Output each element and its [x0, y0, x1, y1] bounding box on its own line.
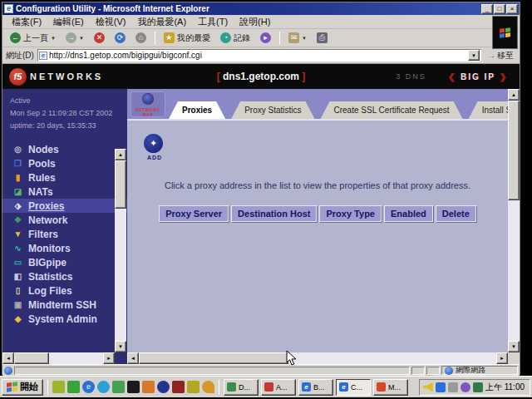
quick-launch-icon-9[interactable]	[172, 381, 185, 393]
quick-launch-icon-6[interactable]	[127, 381, 140, 393]
back-dropdown-icon[interactable]: ▼	[51, 36, 56, 41]
scrollbar-thumb[interactable]	[508, 101, 520, 200]
quick-launch-icon-5[interactable]	[112, 381, 125, 393]
scrollbar-thumb[interactable]	[115, 160, 126, 209]
address-field[interactable]: e ▼	[37, 49, 481, 62]
mail-button[interactable]: ✉ ▼	[284, 31, 311, 45]
display-icon[interactable]	[448, 382, 458, 392]
quick-launch-icon-10[interactable]	[187, 381, 200, 393]
menu-favorites[interactable]: 我的最愛(A)	[131, 15, 192, 29]
scrollbar-thumb[interactable]	[139, 352, 288, 364]
sidebar-item-statistics[interactable]: ◧Statistics	[2, 269, 127, 283]
scroll-left-icon[interactable]: ◄	[2, 352, 14, 364]
menu-view[interactable]: 檢視(V)	[90, 15, 132, 29]
scroll-up-icon[interactable]: ▲	[508, 89, 520, 101]
network-map-button[interactable]: NETWORK MAP	[131, 91, 165, 117]
task-button-3[interactable]: eB...	[298, 379, 333, 396]
sidebar-item-system-admin[interactable]: ◆System Admin	[2, 312, 127, 326]
back-button[interactable]: ← 上一頁 ▼	[6, 31, 60, 46]
quick-launch-icon-2[interactable]	[67, 381, 80, 393]
log-files-icon: ▯	[12, 286, 23, 295]
favorites-button[interactable]: ★ 我的最愛	[160, 31, 214, 46]
tab-proxies[interactable]: Proxies	[169, 101, 225, 119]
quick-launch-icon-11[interactable]	[202, 381, 214, 393]
tray-icon-4[interactable]	[461, 382, 470, 392]
print-button[interactable]: ⎙	[313, 31, 332, 45]
quick-launch-ie-icon[interactable]: e	[82, 381, 95, 393]
scroll-left-icon[interactable]: ◄	[127, 352, 139, 364]
task-buttons: D... A... eB... eC... M...	[224, 379, 408, 396]
sidebar-item-nats[interactable]: ◪NATs	[2, 185, 127, 199]
main-vertical-scrollbar[interactable]: ▲ ▼	[508, 89, 520, 352]
stop-button[interactable]: ✕	[90, 31, 109, 45]
volume-icon[interactable]	[423, 382, 433, 392]
screen: e Configuration Utility - Microsoft Inte…	[0, 0, 532, 399]
sidebar-item-mindterm-ssh[interactable]: ▣Mindterm SSH	[2, 298, 127, 312]
sidebar-item-network[interactable]: ❖Network	[2, 213, 127, 227]
tray-icon-2[interactable]	[436, 382, 446, 392]
scroll-down-icon[interactable]: ▼	[115, 341, 126, 352]
sidebar-item-proxies[interactable]: ⬗Proxies	[2, 199, 127, 213]
tab-proxy-statistics[interactable]: Proxy Statistics	[231, 101, 314, 119]
menu-help[interactable]: 說明(H)	[234, 15, 276, 29]
title-bar[interactable]: e Configuration Utility - Microsoft Inte…	[2, 2, 520, 15]
quick-launch-icon-7[interactable]	[142, 381, 155, 393]
task-button-2[interactable]: A...	[261, 379, 296, 396]
banner-products: 3 DNS ❮ BIG IP ❯	[396, 72, 508, 81]
menu-file[interactable]: 檔案(F)	[6, 15, 47, 29]
sidebar-item-monitors[interactable]: ∿Monitors	[2, 241, 127, 255]
sidebar-item-pools[interactable]: ❐Pools	[2, 156, 127, 170]
address-dropdown-icon[interactable]: ▼	[468, 50, 480, 61]
back-icon: ←	[10, 32, 21, 43]
menu-tools[interactable]: 工具(T)	[192, 15, 234, 29]
media-button[interactable]: ▸	[256, 31, 275, 45]
home-icon: ⌂	[135, 32, 146, 43]
forward-dropdown-icon[interactable]: ▼	[79, 36, 84, 41]
app-icon	[264, 382, 273, 392]
tab-create-ssl-certificate-request[interactable]: Create SSL Certificate Request	[321, 101, 463, 119]
scrollbar-thumb[interactable]	[14, 352, 49, 364]
add-proxy-button[interactable]: ✦ ADD	[144, 134, 165, 160]
home-button[interactable]: ⌂	[131, 31, 150, 45]
status-panel	[411, 367, 425, 375]
navigation-sidebar: Active Mon Sep 2 11:09:28 CST 2002 uptim…	[2, 89, 127, 364]
close-button[interactable]: ×	[506, 4, 518, 14]
task-button-ie-active[interactable]: eC...	[336, 379, 371, 396]
refresh-button[interactable]: ⟳	[111, 31, 130, 45]
sidebar-item-nodes[interactable]: ◎Nodes	[2, 142, 127, 156]
mail-dropdown-icon[interactable]: ▼	[302, 36, 307, 41]
sidebar-horizontal-scrollbar[interactable]: ◄ ►	[2, 352, 115, 364]
go-button[interactable]: → 移至	[485, 50, 516, 62]
task-button-5[interactable]: M...	[373, 379, 408, 396]
quick-launch-icon-4[interactable]	[97, 381, 110, 393]
scroll-down-icon[interactable]: ▼	[508, 341, 520, 352]
maximize-button[interactable]: □	[494, 4, 505, 14]
sidebar-vertical-scrollbar[interactable]: ▲ ▼	[115, 149, 126, 352]
internet-zone-icon	[445, 367, 453, 375]
main-horizontal-scrollbar[interactable]: ◄ ►	[127, 352, 508, 364]
proxy-table-header: Proxy Server Destination Host Proxy Type…	[127, 205, 508, 222]
scroll-up-icon[interactable]: ▲	[115, 149, 126, 160]
window-title: Configuration Utility - Microsoft Intern…	[16, 4, 481, 13]
history-button[interactable]: ◔ 記錄	[216, 31, 254, 46]
forward-button[interactable]: → ▼	[62, 31, 88, 45]
sidebar-item-bigpipe[interactable]: ▭BIGpipe	[2, 255, 127, 269]
task-button-1[interactable]: D...	[224, 379, 259, 396]
quick-launch-icon-8[interactable]	[157, 381, 170, 393]
address-input[interactable]	[47, 50, 468, 61]
sidebar-item-log-files[interactable]: ▯Log Files	[2, 283, 127, 298]
history-label: 記錄	[234, 32, 250, 44]
quick-launch-icon-1[interactable]	[52, 381, 65, 393]
start-button[interactable]: 開始	[2, 379, 43, 396]
tray-icon-5[interactable]	[473, 382, 483, 392]
add-plus-icon[interactable]: ✦	[144, 134, 163, 153]
menu-edit[interactable]: 編輯(E)	[47, 15, 90, 29]
scroll-right-icon[interactable]: ►	[496, 352, 508, 364]
minimize-button[interactable]: _	[481, 4, 493, 14]
sidebar-item-filters[interactable]: ▼Filters	[2, 227, 127, 241]
tab-install-ssl-certificate[interactable]: Install SSL Certif	[469, 101, 508, 119]
scroll-right-icon[interactable]: ►	[103, 352, 115, 364]
status-uptime: uptime: 20 days, 15:35:33	[10, 120, 127, 132]
network-icon: ❖	[12, 215, 23, 224]
sidebar-item-rules[interactable]: ▮Rules	[2, 170, 127, 185]
